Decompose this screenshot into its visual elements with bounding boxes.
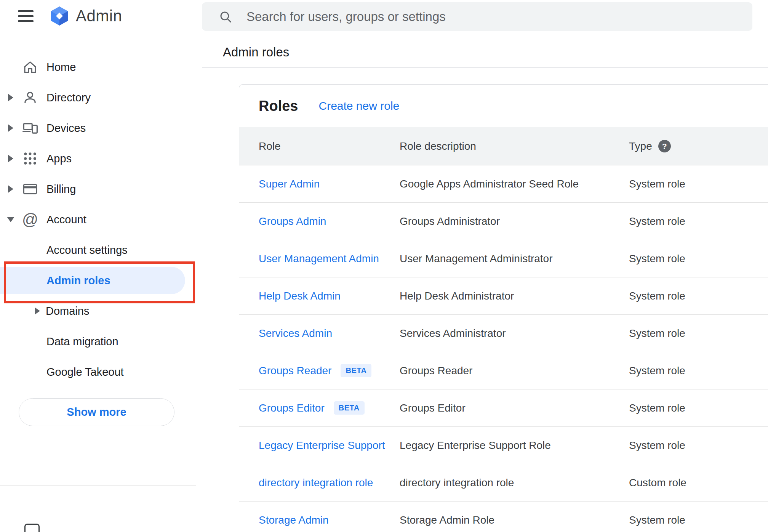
- role-link[interactable]: directory integration role: [259, 477, 373, 489]
- sidebar-item-label: Account settings: [46, 244, 128, 256]
- admin-console: Admin Home Directory: [0, 0, 768, 532]
- search-bar: [202, 2, 752, 31]
- role-link[interactable]: Groups Editor: [259, 402, 325, 414]
- sidebar: Admin Home Directory: [0, 0, 196, 532]
- sidebar-item-home[interactable]: Home: [0, 52, 196, 82]
- chevron-right-icon: [35, 308, 40, 314]
- role-type: System role: [629, 290, 768, 302]
- sidebar-item-domains[interactable]: Domains: [0, 296, 196, 326]
- role-link[interactable]: Storage Admin: [259, 514, 329, 526]
- sidebar-item-billing[interactable]: Billing: [0, 174, 196, 204]
- search-icon: [219, 10, 232, 23]
- role-description: directory integration role: [400, 477, 629, 489]
- table-row: Groups Reader BETA Groups Reader System …: [239, 352, 768, 389]
- chevron-right-icon: [0, 155, 21, 162]
- person-icon: [21, 89, 39, 106]
- role-description: Google Apps Administrator Seed Role: [400, 178, 629, 190]
- role-description: Groups Administrator: [400, 215, 629, 228]
- sidebar-item-apps[interactable]: Apps: [0, 143, 196, 174]
- table-row: Legacy Enterprise Support Legacy Enterpr…: [239, 426, 768, 464]
- chevron-right-icon: [0, 185, 21, 193]
- table-row: Groups Editor BETA Groups Editor System …: [239, 389, 768, 426]
- role-description: Legacy Enterprise Support Role: [400, 439, 629, 452]
- sidebar-item-label: Apps: [46, 152, 72, 165]
- role-description: Help Desk Administrator: [400, 290, 629, 302]
- sidebar-item-label: Billing: [46, 183, 76, 195]
- role-type: System role: [629, 402, 768, 414]
- home-icon: [21, 58, 39, 76]
- sidebar-item-account[interactable]: @ Account: [0, 204, 196, 235]
- sidebar-item-account-settings[interactable]: Account settings: [0, 235, 196, 265]
- table-row: User Management Admin User Management Ad…: [239, 240, 768, 277]
- header-divider: [202, 67, 768, 68]
- role-type: System role: [629, 253, 768, 265]
- sidebar-divider: [0, 485, 196, 486]
- beta-badge: BETA: [341, 364, 371, 377]
- column-header-description: Role description: [400, 140, 629, 152]
- sidebar-item-google-takeout[interactable]: Google Takeout: [0, 357, 196, 387]
- beta-badge: BETA: [334, 401, 365, 415]
- role-type: System role: [629, 514, 768, 526]
- column-header-role: Role: [259, 140, 400, 152]
- sidebar-item-data-migration[interactable]: Data migration: [0, 326, 196, 357]
- devices-icon: [21, 119, 39, 137]
- help-icon[interactable]: ?: [658, 140, 671, 152]
- chevron-right-icon: [0, 94, 21, 101]
- menu-icon[interactable]: [18, 10, 34, 22]
- at-icon: @: [21, 211, 39, 228]
- column-header-type: Type: [629, 140, 652, 152]
- sidebar-item-devices[interactable]: Devices: [0, 113, 196, 143]
- sidebar-item-label: Account: [46, 213, 86, 226]
- table-header-row: Role Role description Type ?: [239, 127, 768, 165]
- role-description: Groups Editor: [400, 402, 629, 414]
- table-row: Services Admin Services Administrator Sy…: [239, 314, 768, 352]
- search-input[interactable]: [246, 10, 752, 24]
- roles-heading: Roles: [259, 98, 298, 114]
- table-row: Storage Admin Storage Admin Role System …: [239, 501, 768, 532]
- role-link[interactable]: Legacy Enterprise Support: [259, 439, 385, 452]
- chevron-down-icon: [0, 217, 21, 222]
- role-description: Groups Reader: [400, 365, 629, 377]
- brand-title: Admin: [76, 7, 122, 25]
- roles-card-header: Roles Create new role: [239, 85, 768, 127]
- role-link[interactable]: Services Admin: [259, 327, 332, 340]
- table-row: Help Desk Admin Help Desk Administrator …: [239, 277, 768, 314]
- sidebar-item-label: Devices: [46, 122, 86, 135]
- role-link[interactable]: Super Admin: [259, 178, 320, 190]
- role-type: System role: [629, 365, 768, 377]
- role-description: Services Administrator: [400, 327, 629, 340]
- page-title: Admin roles: [223, 45, 289, 60]
- table-row: Super Admin Google Apps Administrator Se…: [239, 165, 768, 202]
- role-link[interactable]: User Management Admin: [259, 253, 379, 265]
- admin-logo-icon: [49, 5, 70, 27]
- main-content: Admin roles Roles Create new role Role R…: [196, 0, 768, 532]
- role-type: Custom role: [629, 477, 768, 489]
- show-more-button[interactable]: Show more: [19, 398, 174, 426]
- role-type: System role: [629, 327, 768, 340]
- chevron-right-icon: [0, 124, 21, 132]
- sidebar-item-admin-roles[interactable]: Admin roles: [0, 267, 185, 294]
- sidebar-item-directory[interactable]: Directory: [0, 82, 196, 113]
- role-description: User Management Administrator: [400, 253, 629, 265]
- sidebar-nav: Home Directory: [0, 52, 196, 426]
- table-row: Groups Admin Groups Administrator System…: [239, 202, 768, 240]
- role-type: System role: [629, 215, 768, 228]
- role-link[interactable]: Groups Reader: [259, 365, 331, 377]
- billing-card-icon: [21, 180, 39, 198]
- apps-grid-icon: [21, 150, 39, 167]
- sidebar-item-label: Data migration: [46, 335, 118, 348]
- role-description: Storage Admin Role: [400, 514, 629, 526]
- role-link[interactable]: Help Desk Admin: [259, 290, 341, 302]
- sidebar-item-label: Directory: [46, 91, 91, 104]
- roles-card: Roles Create new role Role Role descript…: [239, 84, 768, 532]
- sidebar-item-label: Home: [46, 61, 76, 74]
- role-link[interactable]: Groups Admin: [259, 215, 326, 228]
- create-new-role-link[interactable]: Create new role: [318, 99, 399, 112]
- sidebar-header: Admin: [0, 0, 196, 32]
- sidebar-item-label: Google Takeout: [46, 366, 124, 378]
- table-row: directory integration role directory int…: [239, 464, 768, 501]
- role-type: System role: [629, 439, 768, 452]
- sidebar-bottom-icon[interactable]: [24, 524, 40, 532]
- sidebar-item-label: Domains: [46, 305, 89, 317]
- role-type: System role: [629, 178, 768, 190]
